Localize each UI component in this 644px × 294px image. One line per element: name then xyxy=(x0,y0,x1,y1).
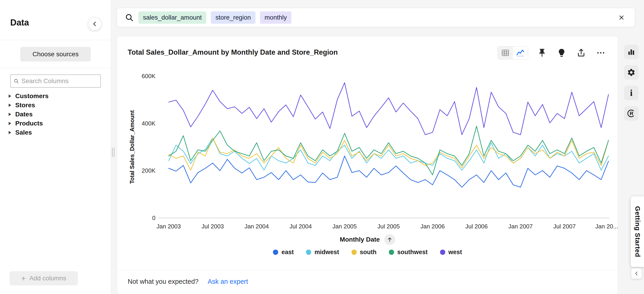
tree-item-label: Stores xyxy=(15,102,35,109)
legend-item-southwest[interactable]: southwest xyxy=(389,249,428,256)
legend-item-midwest[interactable]: midwest xyxy=(306,249,339,256)
right-rail: i R xyxy=(620,45,642,121)
table-view-icon xyxy=(501,48,510,58)
columns-tree: Customers Stores Dates Products Sales xyxy=(9,92,48,137)
gear-icon xyxy=(627,68,636,77)
answer-card: Total Sales_Dollar_Amount by Monthly Dat… xyxy=(117,36,618,294)
legend-item-east[interactable]: east xyxy=(273,249,294,256)
ellipsis-icon xyxy=(596,48,606,58)
getting-started-label: Getting Started xyxy=(634,206,641,257)
insights-lightbulb-button[interactable] xyxy=(556,47,567,58)
legend-label: west xyxy=(448,249,462,256)
svg-text:0: 0 xyxy=(152,214,156,221)
divider xyxy=(117,270,618,270)
svg-text:R: R xyxy=(630,111,633,116)
svg-text:Jan 20...: Jan 20... xyxy=(595,223,618,230)
chart-config-button[interactable] xyxy=(624,45,638,59)
x-axis-label: Monthly Date xyxy=(340,236,380,243)
legend-dot xyxy=(352,250,357,255)
table-view-button[interactable] xyxy=(498,46,513,59)
tree-item-dates[interactable]: Dates xyxy=(9,110,48,119)
legend-dot xyxy=(389,250,394,255)
choose-sources-button[interactable]: Choose sources xyxy=(20,47,91,62)
caret-right-icon[interactable] xyxy=(9,94,11,98)
r-analysis-button[interactable]: R xyxy=(624,106,638,121)
legend-dot xyxy=(440,250,445,255)
legend-label: east xyxy=(281,249,294,256)
svg-text:Jul 2003: Jul 2003 xyxy=(202,223,224,230)
search-bar[interactable]: sales_dollar_amount store_region monthly xyxy=(117,8,635,27)
panel-resize-handle[interactable] xyxy=(112,148,114,157)
add-columns-button[interactable]: + Add columns xyxy=(10,271,78,285)
arrow-up-icon xyxy=(387,236,393,242)
tree-item-label: Products xyxy=(15,120,43,127)
search-token-sales-dollar-amount[interactable]: sales_dollar_amount xyxy=(138,12,206,24)
settings-gear-button[interactable] xyxy=(624,65,638,80)
info-button[interactable]: i xyxy=(624,86,638,100)
plus-icon: + xyxy=(21,274,26,282)
line-chart[interactable]: 0200K400K600KTotal Sales_Dollar_AmountJa… xyxy=(117,66,618,232)
legend-dot xyxy=(306,250,311,255)
info-icon: i xyxy=(630,88,632,98)
data-panel: Data Choose sources Customers Stores Dat… xyxy=(0,0,111,294)
pin-icon xyxy=(537,48,547,58)
data-panel-header: Data xyxy=(0,0,111,40)
search-columns-box xyxy=(10,74,101,88)
data-panel-title: Data xyxy=(10,18,29,28)
add-columns-label: Add columns xyxy=(29,275,66,282)
answer-title: Total Sales_Dollar_Amount by Monthly Dat… xyxy=(128,48,338,56)
ask-expert-link[interactable]: Ask an expert xyxy=(208,278,248,285)
close-button[interactable] xyxy=(616,12,627,23)
legend-item-west[interactable]: west xyxy=(440,249,462,256)
r-logo-icon: R xyxy=(627,109,636,118)
collapse-getting-started-button[interactable] xyxy=(631,268,642,279)
svg-text:400K: 400K xyxy=(142,120,156,127)
caret-right-icon[interactable] xyxy=(9,122,11,125)
search-token-store-region[interactable]: store_region xyxy=(211,12,256,24)
answer-footer: Not what you expected? Ask an expert xyxy=(128,278,248,285)
caret-right-icon[interactable] xyxy=(9,131,11,134)
tree-item-products[interactable]: Products xyxy=(9,119,48,128)
svg-text:600K: 600K xyxy=(142,73,156,80)
svg-text:Jul 2005: Jul 2005 xyxy=(378,223,400,230)
chart-legend: eastmidwestsouthsouthwestwest xyxy=(117,249,618,256)
tree-item-stores[interactable]: Stores xyxy=(9,101,48,110)
legend-dot xyxy=(273,250,278,255)
chevron-left-icon xyxy=(634,270,640,276)
svg-text:Jan 2007: Jan 2007 xyxy=(508,223,533,230)
svg-text:Jan 2006: Jan 2006 xyxy=(420,223,445,230)
tree-item-label: Sales xyxy=(15,129,32,136)
view-toggle xyxy=(498,46,528,60)
close-icon xyxy=(618,14,625,21)
legend-label: southwest xyxy=(397,249,428,256)
line-chart-view-icon xyxy=(516,48,525,58)
bar-chart-icon xyxy=(627,48,636,56)
tree-item-sales[interactable]: Sales xyxy=(9,128,48,137)
sort-ascending-button[interactable] xyxy=(384,234,395,245)
x-axis-row: Monthly Date xyxy=(117,234,618,245)
svg-text:Total Sales_Dollar_Amount: Total Sales_Dollar_Amount xyxy=(129,110,135,184)
not-expected-text: Not what you expected? xyxy=(128,278,198,285)
svg-text:200K: 200K xyxy=(142,167,156,174)
tree-item-label: Dates xyxy=(15,111,32,118)
share-icon xyxy=(576,48,586,58)
chart-view-button[interactable] xyxy=(513,46,528,59)
search-token-monthly[interactable]: monthly xyxy=(260,12,292,24)
share-button[interactable] xyxy=(576,47,587,58)
svg-text:Jan 2005: Jan 2005 xyxy=(332,223,357,230)
legend-label: south xyxy=(360,249,377,256)
svg-text:Jul 2004: Jul 2004 xyxy=(289,223,312,230)
more-options-button[interactable] xyxy=(595,47,606,58)
answer-toolbar xyxy=(498,46,606,60)
getting-started-tab[interactable]: Getting Started xyxy=(631,196,644,267)
legend-label: midwest xyxy=(314,249,339,256)
search-columns-input[interactable] xyxy=(22,78,98,85)
caret-right-icon[interactable] xyxy=(9,113,11,116)
svg-text:Jan 2004: Jan 2004 xyxy=(244,223,269,230)
legend-item-south[interactable]: south xyxy=(352,249,377,256)
caret-right-icon[interactable] xyxy=(9,104,11,107)
collapse-sidebar-button[interactable] xyxy=(88,17,101,30)
pin-button[interactable] xyxy=(536,47,548,58)
svg-text:Jul 2006: Jul 2006 xyxy=(465,223,488,230)
tree-item-customers[interactable]: Customers xyxy=(9,92,48,101)
